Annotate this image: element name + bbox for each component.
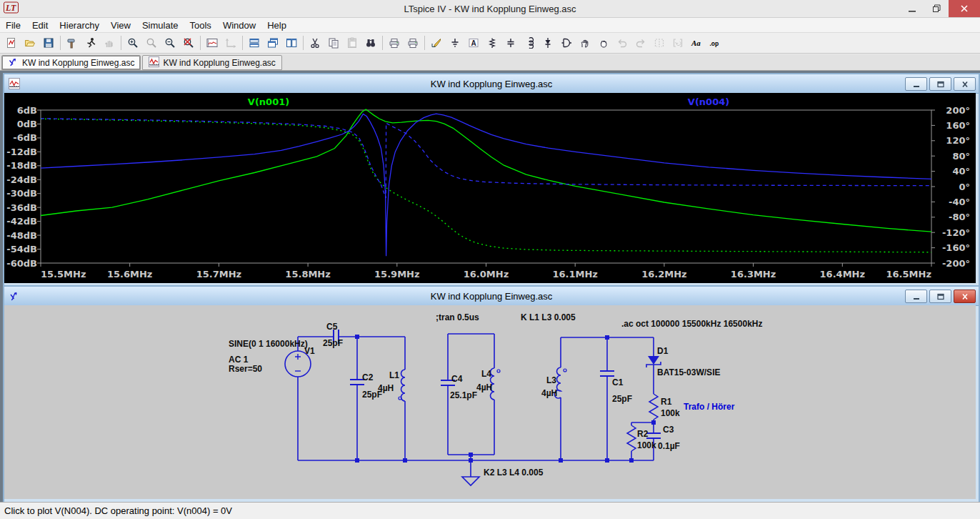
ground-symbol[interactable]: [462, 477, 479, 485]
place-capacitor-icon[interactable]: [501, 34, 520, 52]
c5-value-label[interactable]: 25pF: [323, 338, 343, 348]
zoom-out-icon[interactable]: [161, 34, 179, 52]
schematic-restore-button[interactable]: [929, 290, 951, 303]
waveform-window-title-bar[interactable]: KW ind Kopplung Einweg.asc: [4, 74, 979, 94]
tab-waveform[interactable]: KW ind Kopplung Einweg.asc: [142, 55, 281, 70]
open-file-icon[interactable]: [21, 34, 39, 52]
c2-ref-label[interactable]: C2: [362, 372, 374, 382]
v1-rser-label[interactable]: Rser=50: [229, 364, 262, 374]
place-component-icon[interactable]: [557, 34, 576, 52]
print-icon[interactable]: [404, 34, 422, 52]
l1-value-label[interactable]: 4µH: [378, 383, 394, 393]
l1-ref-label[interactable]: L1: [389, 370, 399, 380]
legend-label-vn001[interactable]: V(n001): [248, 97, 289, 107]
schematic-close-button[interactable]: [954, 290, 976, 303]
waveform-plot-svg[interactable]: 6dB0dB-6dB-12dB-18dB-24dB-30dB-36dB-42dB…: [4, 93, 976, 283]
place-diode-icon[interactable]: [539, 34, 557, 52]
tab-schematic[interactable]: KW ind Kopplung Einweg.asc: [1, 55, 141, 70]
draw-wire-icon[interactable]: [427, 34, 446, 52]
plot-minimize-button[interactable]: [905, 77, 927, 91]
new-schematic-icon[interactable]: [2, 34, 21, 52]
c3-ref-label[interactable]: C3: [663, 425, 674, 435]
app-minimize-button[interactable]: [900, 0, 924, 17]
save-icon[interactable]: [39, 34, 58, 52]
schematic-wires[interactable]: [298, 334, 654, 477]
x-tick-label: 15.5MHz: [41, 269, 86, 280]
legend-label-vn004[interactable]: V(n004): [688, 97, 729, 107]
d1-ref-label[interactable]: D1: [657, 346, 669, 356]
component-c3[interactable]: [646, 433, 661, 438]
r1-ref-label[interactable]: R1: [661, 397, 672, 407]
l4-ref-label[interactable]: L4: [481, 369, 491, 379]
c4-value-label[interactable]: 25.1pF: [450, 390, 477, 400]
v1-ac-label[interactable]: AC 1: [229, 355, 249, 365]
r2-value-label[interactable]: 100k: [637, 440, 656, 450]
comment-text[interactable]: Trafo / Hörer: [684, 402, 735, 412]
menu-item-window[interactable]: Window: [217, 19, 261, 32]
schematic-window-title-bar[interactable]: KW ind Kopplung Einweg.asc: [4, 287, 979, 306]
app-title-bar[interactable]: LT LTspice IV - KW ind Kopplung Einweg.a…: [0, 0, 980, 18]
place-net-label-icon[interactable]: A: [464, 34, 483, 52]
control-panel-icon[interactable]: [63, 34, 81, 52]
component-c1[interactable]: [600, 371, 614, 376]
waveform-plot[interactable]: 6dB0dB-6dB-12dB-18dB-24dB-30dB-36dB-42dB…: [4, 93, 976, 283]
menu-item-view[interactable]: View: [105, 19, 136, 32]
c1-value-label[interactable]: 25pF: [612, 394, 632, 404]
schematic-canvas[interactable]: SINE(0 1 16000kHz) AC 1 Rser=50 V1 C5 25…: [4, 305, 976, 499]
y-right-tick-label: -40°: [949, 197, 970, 207]
run-simulation-icon[interactable]: [81, 34, 100, 52]
move-icon[interactable]: [576, 34, 594, 52]
cut-icon[interactable]: [306, 34, 324, 52]
menu-item-hierarchy[interactable]: Hierarchy: [54, 19, 105, 32]
ac-directive[interactable]: .ac oct 100000 15500kHz 16500kHz: [621, 319, 762, 329]
plot-restore-button[interactable]: [929, 77, 951, 91]
zoom-in-icon[interactable]: [124, 34, 142, 52]
c3-value-label[interactable]: 0.1µF: [658, 441, 680, 451]
zoom-full-extents-icon[interactable]: [179, 34, 198, 52]
place-resistor-icon[interactable]: [483, 34, 501, 52]
app-restore-button[interactable]: [924, 0, 949, 17]
v1-sine-label[interactable]: SINE(0 1 16000kHz): [229, 339, 308, 349]
spice-directive-icon[interactable]: .op: [706, 34, 724, 52]
plot-close-button[interactable]: [954, 77, 976, 91]
y-right-tick-label: 80°: [952, 151, 970, 162]
copy-icon[interactable]: [324, 34, 343, 52]
tile-horizontal-icon[interactable]: [245, 34, 264, 52]
find-icon[interactable]: [361, 34, 380, 52]
print-preview-icon[interactable]: [385, 34, 404, 52]
tran-directive[interactable]: ;tran 0.5us: [436, 312, 479, 322]
component-r1[interactable]: [649, 394, 658, 420]
wire-junctions: [355, 335, 656, 463]
cascade-windows-icon[interactable]: [264, 34, 282, 52]
c1-ref-label[interactable]: C1: [612, 377, 624, 387]
tile-vertical-icon[interactable]: [282, 34, 301, 52]
component-r2[interactable]: [627, 425, 636, 451]
component-l1[interactable]: [399, 370, 405, 401]
menu-item-file[interactable]: File: [0, 19, 26, 32]
k2-directive[interactable]: K2 L3 L4 0.005: [484, 468, 544, 478]
toolbar-separator: [301, 35, 306, 51]
place-inductor-icon[interactable]: [520, 34, 539, 52]
menu-item-tools[interactable]: Tools: [184, 19, 217, 32]
menu-item-simulate[interactable]: Simulate: [136, 19, 184, 32]
app-close-button[interactable]: [949, 0, 980, 17]
k1-directive[interactable]: K L1 L3 0.005: [521, 312, 576, 322]
status-bar: Click to plot V(N004). DC operating poin…: [0, 502, 980, 519]
plot-settings-icon[interactable]: [203, 34, 221, 52]
drag-icon[interactable]: [594, 34, 613, 52]
text-icon[interactable]: Aa: [687, 34, 706, 52]
l3-value-label[interactable]: 4µH: [541, 388, 557, 398]
r1-value-label[interactable]: 100k: [661, 408, 680, 418]
l3-ref-label[interactable]: L3: [546, 375, 556, 385]
c4-ref-label[interactable]: C4: [451, 374, 463, 384]
redo-icon: [631, 34, 650, 52]
place-ground-icon[interactable]: [446, 34, 464, 52]
r2-ref-label[interactable]: R2: [637, 429, 649, 439]
c5-ref-label[interactable]: C5: [326, 322, 338, 332]
menu-item-help[interactable]: Help: [261, 19, 292, 32]
d1-value-label[interactable]: BAT15-03W/SIE: [657, 367, 720, 377]
menu-item-edit[interactable]: Edit: [26, 19, 54, 32]
schematic-minimize-button[interactable]: [905, 290, 927, 303]
l4-value-label[interactable]: 4µH: [476, 382, 492, 392]
v1-ref-label[interactable]: V1: [304, 346, 315, 356]
